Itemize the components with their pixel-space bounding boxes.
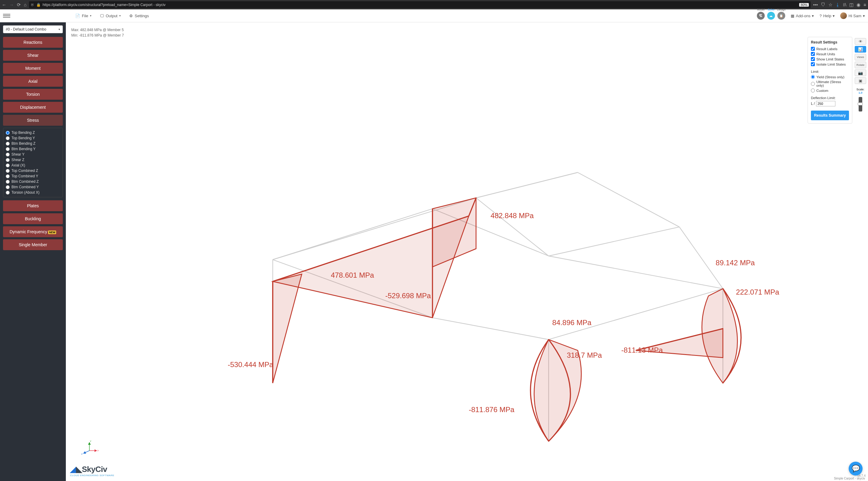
dots-icon[interactable]: •••: [813, 2, 818, 7]
download-icon[interactable]: ⭳: [835, 2, 840, 7]
stress-option[interactable]: Top Combined Y: [6, 174, 60, 179]
stress-option[interactable]: Btm Combined Y: [6, 184, 60, 190]
axial-button[interactable]: Axial: [3, 76, 63, 87]
url-bar[interactable]: ⛨ 🔒 https://platform.skyciv.com/structur…: [29, 1, 811, 8]
stress-value-label: 478.601 MPa: [331, 271, 374, 279]
chat-button[interactable]: 💬: [849, 462, 863, 476]
plates-button[interactable]: Plates: [3, 200, 63, 211]
user-menu[interactable]: Hi Sam▾: [840, 12, 865, 19]
hamburger-icon[interactable]: [3, 12, 10, 19]
chevron-down-icon: ▾: [59, 28, 60, 31]
mode-model-icon[interactable]: Model🏗: [757, 12, 765, 20]
stress-option[interactable]: Btm Bending Z: [6, 141, 60, 146]
canvas[interactable]: Max: 482.848 MPa @ Member 5 Min: -811.87…: [66, 22, 868, 481]
stat-max: Max: 482.848 MPa @ Member 5: [71, 27, 124, 33]
deflection-input[interactable]: [816, 101, 835, 107]
deflection-label: Deflection Limit:: [811, 96, 849, 100]
chart-button[interactable]: 📊: [855, 46, 866, 53]
home-icon[interactable]: ⌂: [24, 2, 27, 7]
svg-text:X: X: [97, 449, 98, 452]
dynamic-frequency-button[interactable]: Dynamic FrequencyNEW: [3, 226, 63, 237]
stress-option[interactable]: Shear Z: [6, 157, 60, 162]
results-summary-button[interactable]: Results Summary: [811, 111, 849, 120]
svg-line-10: [433, 318, 549, 340]
sidebar-icon[interactable]: ◫: [849, 2, 854, 7]
eye-icon: 👁: [859, 39, 863, 44]
scale-slider[interactable]: [859, 97, 862, 112]
torsion-button[interactable]: Torsion: [3, 89, 63, 100]
stress-option[interactable]: Shear Y: [6, 152, 60, 157]
svg-line-8: [549, 289, 723, 339]
visibility-button[interactable]: 👁: [855, 38, 866, 45]
camera-button[interactable]: 📷: [855, 69, 866, 76]
results-sidebar: #0 - Default Load Combo ▾ Reactions Shea…: [0, 22, 66, 481]
displacement-button[interactable]: Displacement: [3, 102, 63, 113]
output-icon: 🖵: [100, 13, 104, 18]
grid-icon: ▦: [791, 13, 794, 18]
svg-line-15: [679, 227, 723, 289]
help-icon: ?: [819, 13, 822, 18]
workspace: #0 - Default Load Combo ▾ Reactions Shea…: [0, 22, 868, 481]
stress-option[interactable]: Btm Combined Z: [6, 179, 60, 184]
stress-option[interactable]: Axial (X): [6, 162, 60, 168]
stress-value-label: -530.444 MPa: [228, 360, 274, 369]
svg-text:Z: Z: [81, 453, 83, 455]
stress-value-label: 318.7 MPa: [567, 351, 602, 359]
footer-title: Simple Carport - skyciv: [834, 477, 865, 480]
account-icon[interactable]: ◉: [857, 2, 861, 7]
addons-menu[interactable]: ▦Add-ons▾: [791, 13, 814, 18]
axis-gizmo: X Y Z: [80, 439, 98, 457]
output-menu[interactable]: 🖵Output▾: [100, 13, 121, 18]
structure-diagram: 482.848 MPa 478.601 MPa -529.698 MPa -53…: [84, 34, 796, 481]
svg-marker-17: [273, 274, 302, 383]
mode-design-icon[interactable]: Design📋: [777, 12, 785, 20]
library-icon[interactable]: ⫴\: [843, 2, 846, 7]
limit-ultimate-radio[interactable]: Ultimate (Stress only): [811, 80, 849, 88]
reactions-button[interactable]: Reactions: [3, 37, 63, 48]
stress-value-label: 84.896 MPa: [552, 319, 592, 327]
stress-button[interactable]: Stress: [3, 115, 63, 126]
svg-line-29: [84, 451, 90, 453]
limit-label: Limit:: [811, 70, 849, 73]
lock-icon: 🔒: [36, 3, 41, 7]
scale-label: Scale: 1.0: [855, 88, 866, 95]
svg-line-6: [578, 173, 680, 227]
pocket-icon[interactable]: ⛉: [821, 2, 826, 7]
moment-button[interactable]: Moment: [3, 63, 63, 74]
stress-value-label: -811.876 MPa: [469, 405, 515, 414]
settings-menu[interactable]: ⚙Settings: [129, 13, 149, 18]
reload-icon[interactable]: ⟳: [17, 2, 21, 7]
result-units-checkbox[interactable]: Result Units: [811, 51, 849, 57]
limit-yield-radio[interactable]: Yield (Stress only): [811, 74, 849, 80]
stress-option[interactable]: Top Combined Z: [6, 168, 60, 174]
stress-value-label: 482.848 MPa: [491, 211, 534, 220]
rotate-button[interactable]: Rotate: [855, 62, 866, 68]
url-text: https://platform.skyciv.com/structural?p…: [42, 3, 165, 7]
back-icon[interactable]: ←: [2, 2, 6, 7]
isolate-limit-checkbox[interactable]: Isolate Limit States: [811, 62, 849, 67]
file-menu[interactable]: 📄File▾: [75, 13, 92, 18]
limit-custom-radio[interactable]: Custom: [811, 88, 849, 93]
single-member-button[interactable]: Single Member: [3, 239, 63, 250]
gear-icon: ⚙: [129, 13, 133, 18]
menu-icon[interactable]: ≡: [864, 2, 866, 7]
stress-option[interactable]: Top Bending Z: [6, 130, 60, 136]
chart-icon: 📊: [858, 47, 863, 52]
forward-icon[interactable]: →: [9, 2, 14, 7]
help-menu[interactable]: ?Help▾: [819, 13, 835, 18]
mode-solve-icon[interactable]: Solve☁: [767, 12, 775, 20]
stress-option[interactable]: Top Bending Y: [6, 136, 60, 141]
buckling-button[interactable]: Buckling: [3, 213, 63, 224]
shear-button[interactable]: Shear: [3, 50, 63, 61]
bookmark-icon[interactable]: ☆: [829, 2, 832, 7]
views-button[interactable]: Views: [855, 54, 866, 60]
zoom-level[interactable]: 80%: [799, 3, 809, 7]
app-toolbar: 📄File▾ 🖵Output▾ ⚙Settings Model🏗 Solve☁ …: [0, 9, 868, 22]
result-labels-checkbox[interactable]: Result Labels: [811, 46, 849, 51]
chat-icon: 💬: [852, 465, 860, 473]
record-button[interactable]: ▣: [855, 77, 866, 84]
stress-option[interactable]: Btm Bending Y: [6, 146, 60, 152]
load-combo-select[interactable]: #0 - Default Load Combo ▾: [3, 25, 63, 33]
stress-option[interactable]: Torsion (About X): [6, 190, 60, 195]
show-limit-checkbox[interactable]: Show Limit States: [811, 57, 849, 62]
